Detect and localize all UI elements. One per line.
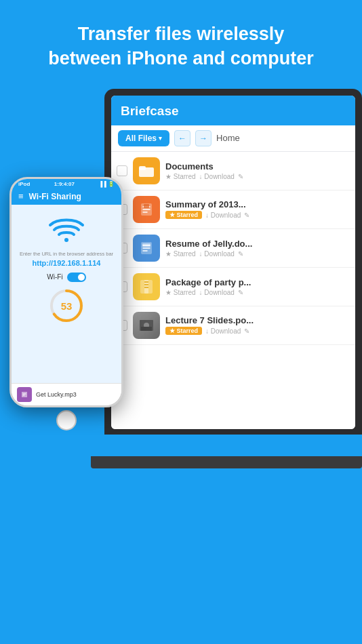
file-name: Package of party p...: [165, 277, 350, 287]
hamburger-icon[interactable]: ≡: [18, 192, 24, 201]
file-icon-folder: [133, 157, 160, 184]
file-icon-zip: [133, 273, 160, 300]
edit-action[interactable]: ✎: [238, 173, 243, 180]
devices-container: Briefcase All Files ▾ ← → Home: [0, 82, 362, 543]
file-name: Summary of 2013...: [165, 199, 350, 209]
file-bar-name: Get Lucky.mp3: [36, 391, 77, 398]
laptop-screen: Briefcase All Files ▾ ← → Home: [111, 96, 355, 429]
file-name: Documents: [165, 161, 350, 172]
file-actions: ★ Starred ↓ Download ✎: [165, 250, 350, 258]
laptop-base: [91, 456, 362, 468]
download-action[interactable]: ↓ Download: [205, 327, 241, 335]
file-info: Package of party p... ★ Starred ↓ Downlo…: [165, 277, 350, 296]
svg-rect-3: [144, 204, 149, 208]
laptop-body: Briefcase All Files ▾ ← → Home: [104, 89, 362, 435]
svg-rect-10: [144, 287, 148, 288]
download-action[interactable]: ↓ Download: [205, 212, 241, 219]
iphone: iPod 1:9:4:07 ▐▐ 🔋 ≡ Wi-Fi Sharing: [9, 177, 123, 433]
status-left: iPod: [18, 181, 30, 187]
svg-rect-13: [141, 327, 152, 331]
star-action[interactable]: ★ Starred: [165, 289, 196, 296]
progress-ring-container: 53: [48, 287, 85, 324]
file-list: Documents ★ Starred ↓ Download ✎: [111, 152, 355, 429]
header-section: Transfer files wirelessly between iPhone…: [0, 0, 362, 82]
star-action[interactable]: ★ Starred: [165, 250, 196, 258]
iphone-title: Wi-Fi Sharing: [29, 192, 81, 201]
edit-action[interactable]: ✎: [244, 212, 249, 219]
file-bar-icon: [17, 387, 32, 402]
file-name: Lecture 7 Slides.po...: [165, 315, 350, 325]
file-actions: ★ Starred ↓ Download ✎: [165, 327, 350, 335]
svg-rect-9: [144, 284, 148, 285]
nav-fwd-button[interactable]: →: [195, 130, 212, 146]
status-right: ▐▐ 🔋: [98, 181, 115, 187]
download-action[interactable]: ↓ Download: [199, 250, 235, 258]
row-checkbox[interactable]: [117, 165, 127, 176]
file-icon-blue-doc: [133, 235, 160, 262]
svg-rect-8: [144, 281, 148, 283]
edit-action[interactable]: ✎: [238, 250, 243, 258]
dropdown-arrow-icon: ▾: [159, 135, 162, 142]
iphone-content: Enter the URL in the browser address bar…: [12, 205, 121, 383]
progress-value: 53: [61, 300, 73, 311]
file-icon-photo: [133, 312, 160, 339]
iphone-file-bar: Get Lucky.mp3: [12, 383, 121, 405]
file-actions: ★ Starred ↓ Download ✎: [165, 289, 350, 296]
wifi-toggle-row: Wi-Fi: [47, 273, 85, 282]
file-info: Summary of 2013... ★ Starred ↓ Download …: [165, 199, 350, 219]
file-icon-orange-doc: [133, 196, 160, 223]
iphone-body: iPod 1:9:4:07 ▐▐ 🔋 ≡ Wi-Fi Sharing: [9, 177, 123, 407]
table-row[interactable]: Summary of 2013... ★ Starred ↓ Download …: [111, 190, 355, 229]
svg-rect-5: [142, 243, 150, 247]
iphone-status-bar: iPod 1:9:4:07 ▐▐ 🔋: [12, 179, 121, 188]
file-actions: ★ Starred ↓ Download ✎: [165, 211, 350, 219]
svg-rect-1: [139, 166, 146, 170]
starred-badge[interactable]: ★ Starred: [165, 327, 202, 335]
url-value: http://192.168.1.114: [33, 259, 101, 267]
app-title: Briefcase: [121, 104, 179, 118]
download-action[interactable]: ↓ Download: [199, 173, 235, 180]
star-action[interactable]: ★ Starred: [165, 173, 196, 180]
wifi-toggle-label: Wi-Fi: [47, 273, 62, 281]
status-time: 1:9:4:07: [54, 181, 75, 187]
file-info: Lecture 7 Slides.po... ★ Starred ↓ Downl…: [165, 315, 350, 335]
starred-badge[interactable]: ★ Starred: [165, 211, 202, 219]
all-files-button[interactable]: All Files ▾: [118, 130, 169, 146]
table-row[interactable]: Resume of Jelly.do... ★ Starred ↓ Downlo…: [111, 229, 355, 268]
file-actions: ★ Starred ↓ Download ✎: [165, 173, 350, 180]
wifi-toggle[interactable]: [67, 273, 86, 282]
laptop: Briefcase All Files ▾ ← → Home: [91, 89, 362, 468]
file-name: Resume of Jelly.do...: [165, 239, 350, 249]
file-info: Documents ★ Starred ↓ Download ✎: [165, 161, 350, 180]
nav-back-button[interactable]: ←: [174, 130, 190, 146]
toolbar: All Files ▾ ← → Home: [111, 125, 355, 152]
file-info: Resume of Jelly.do... ★ Starred ↓ Downlo…: [165, 239, 350, 258]
table-row[interactable]: Package of party p... ★ Starred ↓ Downlo…: [111, 268, 355, 306]
svg-point-14: [64, 238, 68, 242]
iphone-app-header: ≡ Wi-Fi Sharing: [12, 188, 121, 205]
table-row[interactable]: Lecture 7 Slides.po... ★ Starred ↓ Downl…: [111, 306, 355, 345]
breadcrumb: Home: [216, 133, 240, 143]
download-action[interactable]: ↓ Download: [199, 289, 235, 296]
edit-action[interactable]: ✎: [238, 289, 243, 296]
app-header: Briefcase: [111, 96, 355, 125]
url-prompt: Enter the URL in the browser address bar: [20, 251, 113, 258]
header-text: Transfer files wirelessly between iPhone…: [20, 22, 342, 71]
iphone-home-button[interactable]: [56, 410, 77, 430]
table-row[interactable]: Documents ★ Starred ↓ Download ✎: [111, 152, 355, 190]
edit-action[interactable]: ✎: [244, 327, 249, 335]
wifi-icon-large: [47, 214, 85, 247]
